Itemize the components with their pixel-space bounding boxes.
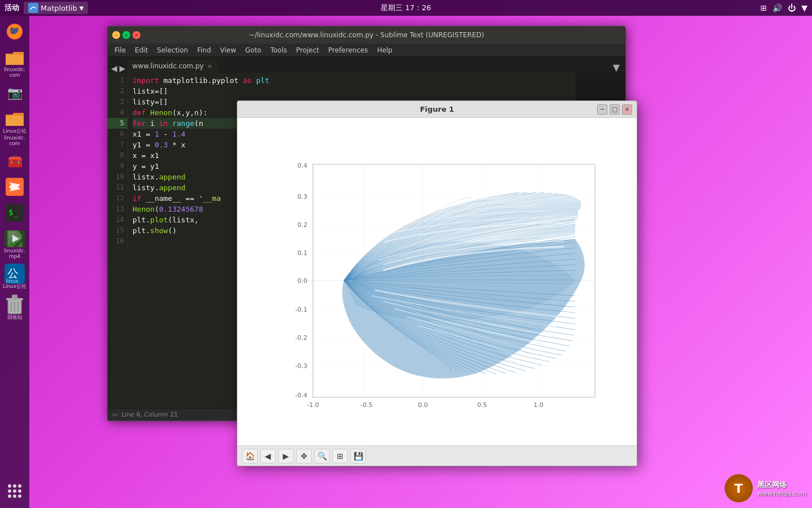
toolbar-zoom-button[interactable]: 🔍: [314, 449, 330, 463]
code-line-2: listx=[]: [133, 86, 570, 97]
figure-minimize-button[interactable]: −: [597, 104, 607, 115]
svg-text:公: 公: [7, 267, 19, 279]
sublime-win-controls: − + ×: [112, 31, 140, 39]
line-numbers: 1 2 3 4 5 6 7 8 9 10 11 12 13 14 15 16: [108, 73, 128, 408]
line-num-13: 13: [108, 204, 127, 214]
linuxpub-icon[interactable]: 公 linux: [3, 262, 26, 285]
svg-rect-3: [6, 116, 24, 126]
line-num-6: 6: [108, 129, 127, 139]
sidebar-item-linuxidc2[interactable]: Linux公社linuxidc.com: [1, 107, 28, 146]
firefox-icon[interactable]: [3, 20, 26, 43]
status-line-col: Line 6, Column 21: [121, 411, 178, 418]
line-num-4: 4: [108, 107, 127, 118]
taskbar-app-arrow: ▼: [80, 5, 84, 11]
menu-help[interactable]: Help: [373, 43, 397, 56]
toolbar-back-button[interactable]: ◀: [260, 449, 276, 463]
menu-project[interactable]: Project: [292, 43, 324, 56]
svg-point-19: [8, 484, 11, 488]
tab-close-icon[interactable]: ×: [207, 63, 212, 70]
svg-text:1.0: 1.0: [533, 401, 544, 409]
line-num-8: 8: [108, 150, 127, 161]
menu-find[interactable]: Find: [193, 43, 216, 56]
menu-preferences[interactable]: Preferences: [324, 43, 373, 56]
line-num-5: 5: [108, 118, 127, 129]
figure-maximize-button[interactable]: □: [610, 104, 620, 115]
svg-text:0.4: 0.4: [298, 162, 308, 169]
sublime-app-icon[interactable]: [3, 176, 26, 198]
sidebar-item-camera[interactable]: 📷: [3, 81, 26, 104]
terminal-icon[interactable]: $_: [3, 202, 26, 224]
toolbar-home-button[interactable]: 🏠: [242, 449, 258, 463]
minimize-button[interactable]: −: [112, 31, 120, 39]
menu-goto[interactable]: Goto: [241, 43, 266, 56]
sublime-tab-active[interactable]: www.linuxidc.com.py ×: [127, 59, 218, 73]
line-num-10: 10: [108, 172, 127, 182]
toolbar-save-button[interactable]: 💾: [350, 449, 366, 463]
close-button[interactable]: ×: [133, 31, 140, 39]
video-label: linuxidc.mp4: [1, 248, 28, 259]
code-line-1: import matplotlib.pyplot as plt: [133, 75, 570, 86]
apps-icon[interactable]: [3, 480, 26, 502]
taskbar-dropdown-icon[interactable]: ▼: [801, 3, 807, 12]
svg-text:0.1: 0.1: [298, 249, 308, 257]
sidebar-item-briefcase[interactable]: 🧰: [3, 150, 26, 172]
sidebar-item-terminal[interactable]: $_: [3, 202, 26, 224]
tab-dropdown-icon[interactable]: ▼: [610, 62, 623, 73]
figure-window: Figure 1 − □ ×: [237, 100, 637, 466]
svg-point-24: [18, 489, 21, 493]
svg-text:0.3: 0.3: [298, 193, 308, 200]
power-icon[interactable]: ⏻: [788, 3, 796, 12]
line-num-16: 16: [108, 236, 127, 247]
svg-text:$_: $_: [8, 208, 18, 217]
folder1-icon[interactable]: [3, 46, 26, 69]
volume-icon[interactable]: 🔊: [773, 3, 782, 12]
matplotlib-icon: [28, 3, 38, 13]
figure-title: Figure 1: [420, 105, 454, 113]
folder2-icon[interactable]: [3, 107, 26, 130]
sidebar-item-linuxpub[interactable]: 公 linux Linux公社: [1, 262, 28, 290]
svg-point-26: [13, 494, 16, 498]
status-info: ▭ Line 6, Column 21: [112, 411, 178, 418]
maximize-button[interactable]: +: [122, 31, 130, 39]
network-icon[interactable]: ⊞: [760, 3, 767, 12]
svg-text:0.0: 0.0: [298, 277, 308, 284]
menu-file[interactable]: File: [110, 43, 130, 56]
sidebar-item-sublime-app[interactable]: [3, 176, 26, 198]
taskbar-app[interactable]: Matplotlib ▼: [24, 2, 88, 14]
svg-text:-0.3: -0.3: [295, 362, 307, 370]
tab-next[interactable]: ▶: [118, 64, 127, 73]
line-num-11: 11: [108, 182, 127, 193]
taskbar-right: ⊞ 🔊 ⏻ ▼: [760, 3, 807, 12]
toolbar-settings-button[interactable]: ⊞: [332, 449, 348, 463]
sidebar-item-firefox[interactable]: [3, 20, 26, 43]
taskbar-activities[interactable]: 活动: [5, 3, 19, 13]
menu-selection[interactable]: Selection: [152, 43, 192, 56]
tab-prev[interactable]: ◀: [110, 64, 118, 73]
line-num-2: 2: [108, 86, 127, 97]
menu-tools[interactable]: Tools: [266, 43, 292, 56]
svg-point-23: [13, 489, 16, 493]
video-icon[interactable]: [3, 227, 26, 250]
sidebar-item-video[interactable]: linuxidc.mp4: [1, 227, 28, 259]
taskbar-app-name: Matplotlib: [41, 4, 77, 12]
sidebar: linuxidc.com 📷 Linux公社linuxidc.com 🧰 $_: [0, 16, 29, 508]
toolbar-forward-button[interactable]: ▶: [278, 449, 294, 463]
toolbar-move-button[interactable]: ✥: [296, 449, 312, 463]
menu-view[interactable]: View: [215, 43, 240, 56]
line-num-14: 14: [108, 214, 127, 225]
svg-point-25: [8, 494, 11, 498]
svg-rect-2: [6, 55, 24, 65]
camera-icon[interactable]: 📷: [3, 81, 26, 104]
sidebar-item-apps[interactable]: [3, 480, 26, 502]
briefcase-icon[interactable]: 🧰: [3, 150, 26, 172]
figure-win-controls: − □ ×: [597, 104, 632, 115]
trash-icon[interactable]: [3, 294, 26, 316]
svg-text:-0.1: -0.1: [295, 306, 307, 313]
sidebar-item-trash[interactable]: 回收站: [1, 294, 28, 321]
sidebar-item-linuxidc1[interactable]: linuxidc.com: [1, 46, 28, 78]
menu-edit[interactable]: Edit: [130, 43, 152, 56]
taskbar: 活动 Matplotlib ▼ 星期三 17：26 ⊞ 🔊 ⏻ ▼: [0, 0, 812, 16]
svg-text:0.2: 0.2: [298, 221, 308, 229]
figure-close-button[interactable]: ×: [622, 104, 632, 115]
status-screen-icon: ▭: [112, 411, 118, 418]
